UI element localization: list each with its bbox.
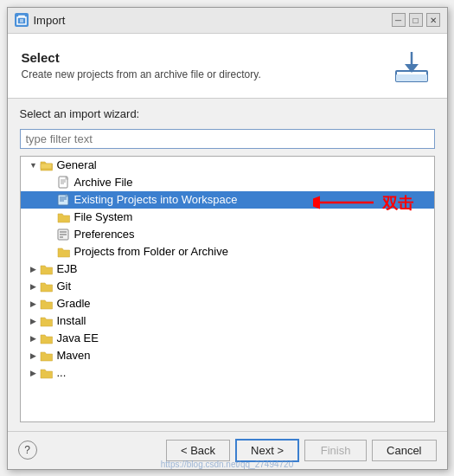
window-icon (15, 13, 29, 27)
tree-item-gradle[interactable]: ▶ Gradle (21, 295, 434, 312)
footer-left: ? (18, 441, 37, 460)
header-panel: Select Create new projects from an archi… (8, 34, 447, 99)
footer-right: < Back Next > Finish Cancel (166, 439, 437, 462)
window-controls: ─ □ ✕ (392, 13, 440, 27)
header-text: Select Create new projects from an archi… (22, 50, 261, 80)
minimize-button[interactable]: ─ (392, 13, 406, 27)
item-icon-maven (40, 349, 54, 363)
tree-item-java-ee[interactable]: ▶ Java EE (21, 330, 434, 347)
header-icon (390, 44, 433, 87)
tree-item-install[interactable]: ▶ Install (21, 312, 434, 330)
item-label-projects-folder: Projects from Folder or Archive (74, 245, 228, 258)
tree-item-archive-file[interactable]: Archive File (21, 174, 434, 191)
item-label-ejb: EJB (57, 262, 78, 275)
svg-rect-4 (396, 74, 427, 81)
tree-toggle (45, 177, 57, 189)
item-icon-projects-folder (57, 245, 71, 259)
main-content: Select an import wizard: 双击 (8, 99, 447, 431)
item-label-git: Git (57, 280, 72, 293)
item-label-maven: Maven (57, 349, 91, 362)
item-icon-gradle (40, 297, 54, 311)
item-label-gradle: Gradle (57, 297, 91, 310)
maximize-button[interactable]: □ (409, 13, 423, 27)
item-icon-file-system (57, 210, 71, 224)
back-button[interactable]: < Back (166, 440, 230, 461)
item-icon-existing-projects (57, 193, 71, 207)
close-button[interactable]: ✕ (426, 13, 440, 27)
item-label-general: General (57, 158, 97, 171)
header-title: Select (22, 50, 261, 65)
tree-toggle (45, 228, 57, 241)
item-icon-general (40, 158, 54, 172)
tree-item-projects-folder[interactable]: Projects from Folder or Archive (21, 243, 434, 261)
import-dialog: Import ─ □ ✕ Select Create new projects … (7, 7, 448, 470)
tree-toggle (45, 246, 57, 258)
next-button[interactable]: Next > (235, 439, 299, 462)
tree-item-maven[interactable]: ▶ Maven (21, 347, 434, 364)
svg-rect-0 (17, 17, 26, 24)
item-label-preferences: Preferences (74, 228, 135, 241)
tree-toggle: ▶ (28, 280, 40, 293)
item-label-existing-projects: Existing Projects into Workspace (74, 193, 238, 206)
tree-item-git[interactable]: ▶ Git (21, 278, 434, 295)
tree-item-general[interactable]: ▼ General (21, 157, 434, 174)
item-label-java-ee: Java EE (57, 331, 99, 344)
tree-toggle: ▶ (28, 332, 40, 344)
item-icon-other (40, 366, 54, 380)
tree-container[interactable]: 双击 ▼ General (20, 156, 435, 422)
item-icon-ejb (40, 262, 54, 276)
tree-toggle: ▶ (28, 315, 40, 327)
item-icon-git (40, 280, 54, 293)
filter-label: Select an import wizard: (20, 107, 435, 120)
filter-input[interactable] (20, 129, 435, 149)
tree-list: ▼ General Archive File Existing Projects… (21, 157, 434, 382)
item-label-other: ... (57, 366, 67, 379)
footer: ? < Back Next > Finish Cancel (8, 431, 447, 469)
title-bar: Import ─ □ ✕ (8, 8, 447, 34)
finish-button[interactable]: Finish (304, 440, 367, 461)
tree-item-file-system[interactable]: File System (21, 209, 434, 226)
tree-toggle (45, 194, 57, 206)
item-label-file-system: File System (74, 210, 133, 223)
tree-item-ejb[interactable]: ▶ EJB (21, 261, 434, 278)
title-bar-left: Import (15, 13, 66, 27)
item-icon-archive-file (57, 176, 71, 190)
tree-toggle: ▶ (28, 350, 40, 362)
tree-toggle: ▶ (28, 263, 40, 275)
header-subtitle: Create new projects from an archive file… (22, 68, 261, 80)
item-label-archive-file: Archive File (74, 176, 133, 189)
tree-toggle (45, 211, 57, 223)
tree-item-existing-projects[interactable]: Existing Projects into Workspace (21, 191, 434, 209)
cancel-button[interactable]: Cancel (372, 440, 436, 461)
item-icon-java-ee (40, 331, 54, 345)
tree-toggle: ▼ (28, 159, 40, 171)
window-title: Import (34, 14, 66, 27)
tree-item-other[interactable]: ▶ ... (21, 364, 434, 382)
item-label-install: Install (57, 314, 86, 327)
item-icon-install (40, 314, 54, 328)
tree-item-preferences[interactable]: Preferences (21, 226, 434, 243)
tree-toggle: ▶ (28, 367, 40, 379)
item-icon-preferences (57, 228, 71, 241)
tree-toggle: ▶ (28, 298, 40, 310)
help-button[interactable]: ? (18, 441, 37, 460)
